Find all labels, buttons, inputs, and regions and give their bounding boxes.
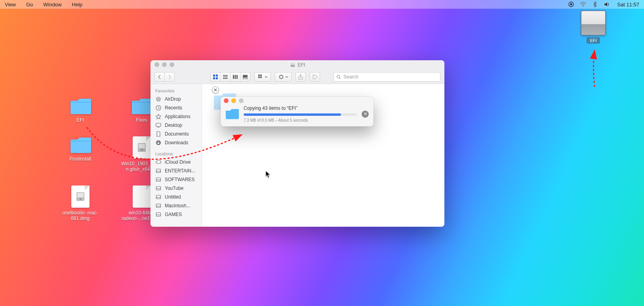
- dialog-minimize-button[interactable]: [231, 98, 236, 103]
- svg-rect-15: [223, 75, 228, 76]
- wifi-icon[interactable]: [580, 1, 586, 8]
- sidebar-item-label: Recents: [165, 105, 182, 111]
- menu-clock[interactable]: Sat 11:57: [615, 1, 641, 8]
- sidebar-item-label: ENTERTAIN...: [165, 168, 195, 174]
- svg-point-5: [141, 149, 143, 151]
- close-icon[interactable]: ✕: [212, 86, 219, 94]
- view-mode-buttons: [210, 72, 250, 82]
- svg-point-2: [583, 6, 583, 7]
- menu-bar-right: Sat 11:57: [568, 1, 641, 8]
- sidebar-item-desktop[interactable]: Desktop: [151, 121, 202, 130]
- progress-bar: [244, 113, 357, 116]
- screen-record-icon[interactable]: [568, 1, 574, 8]
- arrange-button[interactable]: [254, 72, 271, 82]
- close-window-button[interactable]: [154, 62, 159, 67]
- sidebar-item-label: Macintosh...: [165, 203, 191, 208]
- drive-icon: [290, 62, 295, 68]
- fullscreen-window-button[interactable]: [170, 62, 174, 67]
- sidebar-item-untitled[interactable]: Untitled: [151, 193, 202, 201]
- svg-rect-20: [236, 75, 238, 79]
- svg-rect-41: [156, 195, 161, 199]
- svg-point-29: [280, 75, 283, 78]
- view-icons-button[interactable]: [210, 72, 221, 82]
- svg-rect-11: [213, 75, 215, 76]
- desktop-folder-postinstall[interactable]: Postinstall: [59, 136, 101, 172]
- svg-rect-38: [156, 169, 161, 173]
- search-icon: [336, 75, 341, 79]
- bluetooth-icon[interactable]: [592, 1, 598, 8]
- copy-progress-text: Copying 43 items to “EFI” 7.3 MB of 8.5 …: [244, 105, 357, 122]
- svg-rect-4: [139, 144, 145, 148]
- svg-rect-23: [245, 78, 246, 79]
- sidebar-item-recents[interactable]: Recents: [151, 103, 202, 112]
- view-gallery-button[interactable]: [240, 72, 250, 82]
- view-columns-button[interactable]: [230, 72, 240, 82]
- share-button[interactable]: [295, 72, 306, 82]
- menu-window[interactable]: Window: [42, 1, 63, 8]
- svg-rect-17: [223, 78, 228, 79]
- menu-go[interactable]: Go: [25, 1, 34, 8]
- sidebar-item-label: AirDrop: [165, 96, 181, 102]
- svg-rect-27: [258, 76, 260, 78]
- desktop-file-unetbootin-dmg[interactable]: unetbootin- mac-661.dmg: [59, 186, 101, 221]
- svg-rect-19: [235, 75, 236, 79]
- menu-bar-left: View Go Window Help: [3, 1, 84, 8]
- nav-buttons: [154, 72, 175, 82]
- menu-view[interactable]: View: [3, 1, 17, 8]
- forward-button[interactable]: [164, 72, 175, 82]
- tags-button[interactable]: [310, 72, 320, 82]
- dialog-close-button[interactable]: [224, 98, 229, 103]
- finder-titlebar[interactable]: EFI: [151, 60, 444, 70]
- sidebar-header-favourites: Favourites: [151, 87, 202, 95]
- desktop-folder-efi[interactable]: EFI: [59, 98, 101, 123]
- finder-window: EFI Search Favourites AirDrop Recents A: [151, 60, 444, 227]
- file-icon: [133, 186, 151, 208]
- dialog-titlebar[interactable]: [221, 97, 373, 104]
- sidebar-item-airdrop[interactable]: AirDrop: [151, 95, 202, 103]
- svg-rect-16: [223, 76, 228, 77]
- sidebar-item-softwares[interactable]: SOFTWARES: [151, 175, 202, 184]
- window-controls: [154, 62, 174, 67]
- svg-rect-25: [258, 75, 260, 76]
- disk-image-icon: [71, 186, 90, 208]
- action-button[interactable]: [275, 72, 292, 82]
- copy-progress-subtitle: 7.3 MB of 8.5 MB – About 5 seconds: [244, 118, 357, 122]
- sidebar-item-label: Untitled: [165, 194, 181, 200]
- sidebar-item-applications[interactable]: Applications: [151, 112, 202, 121]
- disk-image-icon: [133, 136, 151, 159]
- finder-toolbar: Search: [151, 70, 444, 84]
- svg-rect-43: [156, 213, 161, 216]
- view-list-button[interactable]: [220, 72, 231, 82]
- desktop-drive-label: EFI: [587, 37, 600, 44]
- sidebar-item-downloads[interactable]: Downloads: [151, 138, 202, 147]
- minimize-window-button[interactable]: [162, 62, 167, 67]
- sidebar-item-label: Desktop: [165, 122, 182, 128]
- svg-rect-22: [243, 78, 244, 79]
- sidebar-item-youtube[interactable]: YouTube: [151, 184, 202, 193]
- svg-rect-39: [156, 178, 161, 182]
- svg-point-34: [156, 97, 160, 101]
- desktop-icon-label: Postinstall: [59, 156, 101, 162]
- sidebar-item-games[interactable]: GAMES: [151, 210, 202, 219]
- sidebar-item-label: GAMES: [165, 212, 182, 217]
- sidebar-item-icloud[interactable]: iCloud Drive: [151, 158, 202, 166]
- sidebar-item-label: Applications: [165, 114, 191, 119]
- sidebar-item-entertain[interactable]: ENTERTAIN...: [151, 166, 202, 175]
- back-button[interactable]: [154, 72, 165, 82]
- svg-point-8: [80, 198, 81, 200]
- folder-icon: [131, 98, 152, 115]
- menu-help[interactable]: Help: [70, 1, 84, 8]
- sidebar-item-macintosh[interactable]: Macintosh...: [151, 201, 202, 210]
- volume-icon[interactable]: [604, 1, 610, 8]
- window-title: EFI: [290, 62, 305, 68]
- sidebar-item-label: Downloads: [165, 140, 188, 145]
- cancel-copy-button[interactable]: ✕: [362, 111, 369, 118]
- sidebar-item-documents[interactable]: Documents: [151, 130, 202, 138]
- desktop-drive-efi[interactable]: EFI: [581, 11, 605, 44]
- search-field[interactable]: Search: [333, 72, 440, 82]
- annotation-arrow-drive: [589, 47, 600, 90]
- search-placeholder: Search: [343, 74, 358, 80]
- external-drive-icon: [581, 11, 605, 35]
- copy-progress-title: Copying 43 items to “EFI”: [244, 105, 357, 111]
- sidebar-header-locations: Locations: [151, 150, 202, 158]
